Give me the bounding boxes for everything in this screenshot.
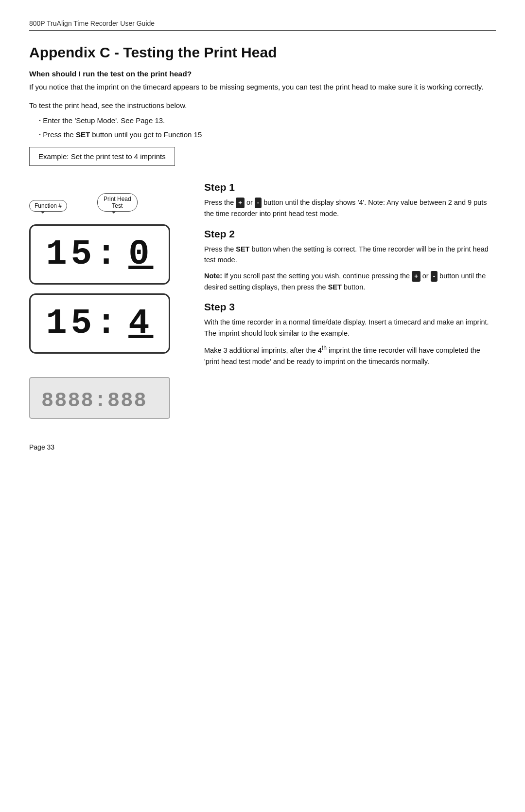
step2-title: Step 2 <box>204 228 496 240</box>
example-box: Example: Set the print test to 4 imprint… <box>29 147 175 166</box>
page-number: Page 33 <box>29 443 54 451</box>
display-box-2: 15: 4 <box>29 293 170 354</box>
dot-matrix-display: 8888:888 <box>29 377 170 419</box>
step2-note: Note: If you scroll past the setting you… <box>204 271 496 293</box>
right-panel: Step 1 Press the + or - button until the… <box>204 181 496 419</box>
bullet-item-2: Press the SET button until you get to Fu… <box>39 129 496 141</box>
header-title: 800P TruAlign Time Recorder User Guide <box>29 19 155 27</box>
display2-value: 4 <box>128 304 153 343</box>
instructions-lead: To test the print head, see the instruct… <box>29 101 496 109</box>
bullet-item-1: Enter the 'Setup Mode'. See Page 13. <box>39 115 496 126</box>
plus-button-2: + <box>412 271 420 282</box>
callout-wrapper: Function # Print HeadTest <box>29 181 180 216</box>
left-panel: Function # Print HeadTest 15: 0 15: 4 <box>29 181 185 419</box>
display-box-1: 15: 0 <box>29 224 170 285</box>
bullet-list: Enter the 'Setup Mode'. See Page 13. Pre… <box>39 115 496 140</box>
display2-number: 15: <box>46 304 121 343</box>
display1-value: 0 <box>128 235 153 274</box>
page-title: Appendix C - Testing the Print Head <box>29 44 496 61</box>
set-label-2: SET <box>328 283 342 291</box>
function-bubble: Function # <box>29 200 67 212</box>
page-footer: Page 33 <box>29 443 496 451</box>
minus-button-2: - <box>431 271 438 282</box>
plus-button-1: + <box>236 198 245 208</box>
minus-button-1: - <box>255 198 262 208</box>
display1-number: 15: <box>46 235 121 274</box>
step2-text: Press the SET button when the setting is… <box>204 244 496 266</box>
step3-title: Step 3 <box>204 301 496 313</box>
step3-text2: Make 3 additional imprints, after the 4t… <box>204 343 496 367</box>
step1-text: Press the + or - button until the displa… <box>204 197 496 219</box>
intro-text: If you notice that the imprint on the ti… <box>29 81 496 92</box>
step3-text1: With the time recorder in a normal time/… <box>204 317 496 339</box>
print-head-bubble: Print HeadTest <box>97 193 138 212</box>
dot-matrix-svg: 8888:888 <box>39 386 160 410</box>
bold-question: When should I run the test on the print … <box>29 70 496 78</box>
svg-text:8888:888: 8888:888 <box>41 389 147 410</box>
step1-title: Step 1 <box>204 181 496 193</box>
main-content: Function # Print HeadTest 15: 0 15: 4 <box>29 181 496 419</box>
set-label-1: SET <box>236 245 249 253</box>
bubbles-row: Function # Print HeadTest <box>29 181 180 216</box>
page-header: 800P TruAlign Time Recorder User Guide <box>29 19 496 31</box>
